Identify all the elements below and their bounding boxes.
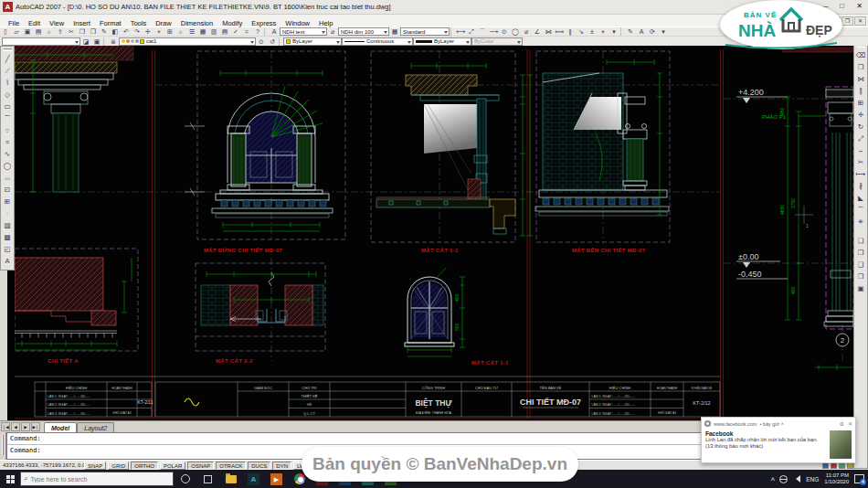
line-icon[interactable]: ╱ (2, 53, 14, 65)
media-app-button[interactable]: ▶ (270, 472, 283, 486)
tab-nav-button[interactable]: ▶❘ (31, 422, 40, 431)
draw-order-icon[interactable]: ❏ (855, 235, 867, 247)
status-toggle-button[interactable]: GRID (108, 461, 129, 470)
make-object-layer-current-icon[interactable]: ⊙ (256, 37, 267, 46)
menu-item[interactable]: Window (281, 19, 314, 27)
array-icon[interactable]: ⊞ (855, 97, 867, 109)
point-icon[interactable]: · (2, 207, 14, 219)
angular-icon[interactable]: ∠ (532, 27, 543, 36)
status-toggle-button[interactable]: OSNAP (187, 461, 214, 470)
offset-icon[interactable]: ∥ (855, 85, 867, 97)
status-toggle-button[interactable]: DUCS (248, 461, 270, 470)
menu-item[interactable]: Insert (69, 19, 95, 27)
model-space-drawing[interactable]: +4.200 PHÀO P1 ±0.00 -0.450 450 4650 375… (15, 46, 853, 420)
dim-style-combo[interactable]: NDH dim 100 (338, 27, 389, 36)
revision-cloud-icon[interactable]: ≈ (2, 136, 14, 148)
command-window-grip[interactable] (0, 432, 6, 460)
layer-previous-icon[interactable]: ↺ (267, 37, 278, 46)
baseline-icon[interactable]: ⟺ (554, 27, 565, 36)
trim-to-edge-icon[interactable]: ❑ (855, 259, 867, 271)
autocad-taskbar-button[interactable]: A (247, 472, 260, 486)
action-center-icon[interactable]: 4 (854, 474, 864, 483)
menu-item[interactable]: Help (314, 19, 337, 27)
center-mark-icon[interactable]: ⌖ (598, 27, 609, 36)
dim-style-list-icon[interactable]: ▾ (658, 27, 669, 36)
continue-dimension-icon[interactable]: ∥ (565, 27, 576, 36)
extend-to-edge-icon[interactable]: ❒ (855, 271, 867, 282)
copy-icon[interactable]: ❐ (855, 61, 867, 73)
taskbar-search[interactable]: ⌕ (20, 472, 174, 486)
scale-icon[interactable]: ⤢ (855, 133, 867, 144)
fillet-icon[interactable]: ⌒ (855, 204, 867, 216)
layout-tab[interactable]: Layout2 (77, 422, 114, 432)
menu-item[interactable]: Format (95, 19, 126, 27)
search-input[interactable] (30, 476, 158, 483)
linear-dimension-icon[interactable]: ⟷ (455, 27, 466, 36)
volume-icon[interactable] (792, 475, 800, 483)
linetype-combo[interactable]: Continuous (342, 37, 413, 46)
network-icon[interactable] (779, 475, 788, 483)
facebook-notification-popup[interactable]: www.facebook.com • bây giờ ˄ ⚙ ✕ Faceboo… (701, 417, 856, 463)
mirror-icon[interactable]: ⋈ (855, 73, 867, 85)
status-toggle-button[interactable]: POLAR (160, 461, 185, 470)
construction-line-icon[interactable]: ⟋ (2, 65, 14, 77)
extend-icon[interactable]: ⟼ (855, 168, 867, 180)
table-style-combo[interactable]: Standard (400, 27, 450, 36)
radius-dimension-icon[interactable]: ⊙ (499, 27, 510, 36)
color-combo[interactable]: ByLayer (283, 37, 342, 46)
workspace-save-icon[interactable]: ▣ (91, 37, 102, 46)
ordinate-icon[interactable]: ⟶ (488, 27, 499, 36)
stretch-icon[interactable]: ↔ (855, 144, 867, 156)
tab-nav-button[interactable]: ❘◀ (1, 422, 10, 431)
hatch-icon[interactable]: ▨ (2, 219, 14, 231)
status-toggle-button[interactable]: ORTHO (131, 461, 158, 470)
region-icon[interactable]: ◰ (2, 243, 14, 255)
jogged-icon[interactable]: ◯ (510, 27, 521, 36)
file-explorer-button[interactable] (224, 472, 238, 486)
close-button[interactable]: ✕ (851, 1, 868, 13)
notification-close-icon[interactable]: ✕ (848, 420, 852, 427)
polyline-icon[interactable]: ⌇ (2, 77, 14, 89)
menu-item[interactable]: Edit (24, 19, 45, 27)
tray-chevron-icon[interactable]: ˄ (771, 475, 776, 483)
menu-item[interactable]: File (4, 19, 24, 27)
status-toggle-button[interactable]: DYN (272, 461, 291, 470)
workspace-combo[interactable] (2, 37, 80, 46)
menu-item[interactable]: Modify (217, 19, 247, 27)
circle-icon[interactable]: ○ (2, 124, 14, 136)
start-button[interactable] (0, 470, 20, 488)
menu-item[interactable]: Draw (151, 19, 176, 27)
child-restore-button[interactable]: ❐ (842, 16, 853, 26)
menu-item[interactable]: View (45, 19, 69, 27)
tab-nav-button[interactable]: ◀ (11, 422, 20, 431)
notification-settings-icon[interactable]: ⚙ (840, 420, 844, 427)
tab-nav-button[interactable]: ▶ (21, 422, 30, 431)
dim-options-icon[interactable]: ▾ (609, 27, 619, 36)
gradient-icon[interactable]: ▩ (2, 231, 14, 243)
rotate-icon[interactable]: ↻ (855, 121, 867, 133)
arc-icon[interactable]: ⌒ (2, 112, 14, 124)
layer-properties-manager-icon[interactable]: ≣ (108, 37, 119, 46)
table-style-dialog-icon[interactable]: ▦ (389, 27, 400, 36)
make-block-icon[interactable]: ⊞ (2, 196, 14, 207)
status-toggle-button[interactable]: SNAP (84, 461, 106, 470)
menu-item[interactable]: Express (247, 19, 281, 27)
trim-icon[interactable]: ✂ (855, 156, 867, 168)
break-icon[interactable]: ∦ (855, 180, 867, 192)
polygon-icon[interactable]: ◇ (2, 89, 14, 101)
language-indicator[interactable]: ENG (806, 476, 819, 483)
taskbar-clock[interactable]: 11:07 PM 1/10/2020 (824, 472, 849, 485)
menu-item[interactable]: Tools (126, 19, 152, 27)
erase-icon[interactable]: ⌫ (855, 49, 867, 61)
leader-icon[interactable]: ↘ (576, 27, 587, 36)
aligned-dimension-icon[interactable]: ⤢ (466, 27, 477, 36)
layout-tab[interactable]: Model (44, 422, 77, 432)
rectangle-icon[interactable]: ▭ (2, 101, 14, 112)
tolerance-icon[interactable]: ± (587, 27, 598, 36)
ellipse-icon[interactable]: ◯ (2, 160, 14, 172)
chamfer-icon[interactable]: ◣ (855, 192, 867, 204)
explode-icon[interactable]: ✳ (855, 216, 867, 228)
arc-length-icon[interactable]: ⌒ (477, 27, 488, 36)
lineweight-combo[interactable]: ByLayer (413, 37, 471, 46)
multiline-text-icon[interactable]: A (2, 255, 14, 267)
